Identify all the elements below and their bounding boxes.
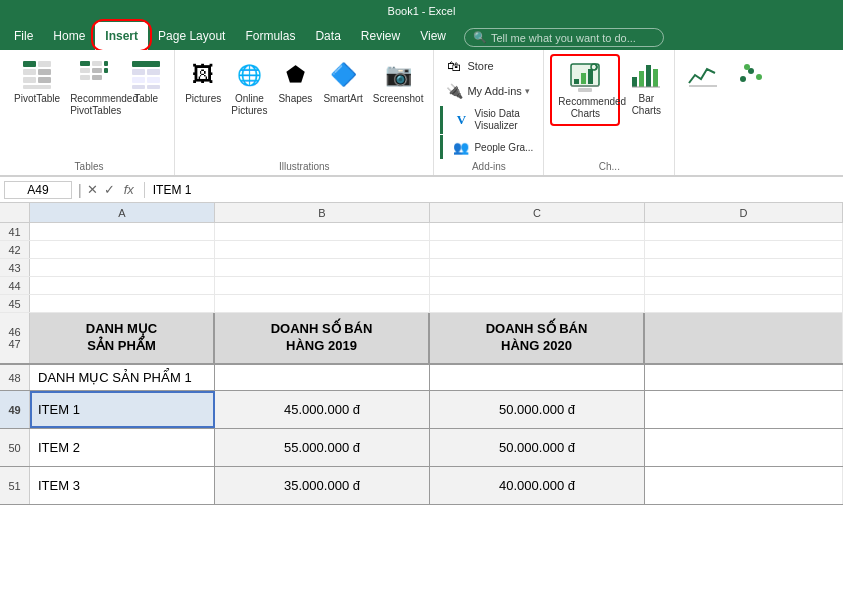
spreadsheet: A B C D 41 42 43 44: [0, 203, 843, 602]
row-49: 49 ITEM 1 45.000.000 đ 50.000.000 đ: [0, 391, 843, 429]
cell-42-b[interactable]: [215, 241, 430, 258]
app-container: Book1 - Excel File Home Insert Page Layo…: [0, 0, 843, 602]
svg-rect-0: [23, 61, 36, 67]
line-chart-icon: [685, 57, 721, 93]
table-button[interactable]: Table: [124, 54, 168, 159]
recommended-pivot-button[interactable]: RecommendedPivotTables: [66, 54, 122, 159]
cell-49-a[interactable]: ITEM 1: [30, 391, 215, 428]
pivot-table-button[interactable]: PivotTable: [10, 54, 64, 159]
confirm-formula-icon[interactable]: ✓: [101, 182, 118, 197]
cell-48-d[interactable]: [645, 365, 843, 390]
people-graph-label: People Gra...: [474, 142, 533, 153]
tab-insert[interactable]: Insert: [95, 22, 148, 50]
cell-4647-c[interactable]: DOANH SỐ BÁNHÀNG 2020: [430, 313, 645, 363]
screenshot-button[interactable]: 📷 Screenshot: [369, 54, 428, 159]
people-graph-button[interactable]: 👥 People Gra...: [447, 135, 537, 159]
svg-rect-10: [92, 61, 102, 66]
line-chart-button[interactable]: [681, 54, 725, 96]
cell-44-b[interactable]: [215, 277, 430, 294]
recommended-pivot-label: RecommendedPivotTables: [70, 93, 118, 117]
cell-41-d[interactable]: [645, 223, 843, 240]
row-num-51: 51: [0, 467, 30, 504]
cell-41-b[interactable]: [215, 223, 430, 240]
cell-44-c[interactable]: [430, 277, 645, 294]
cell-50-c[interactable]: 50.000.000 đ: [430, 429, 645, 466]
tab-view[interactable]: View: [410, 22, 456, 50]
recommended-charts-icon: [567, 60, 603, 96]
svg-rect-13: [104, 61, 108, 66]
cell-43-a[interactable]: [30, 259, 215, 276]
cancel-formula-icon[interactable]: ✕: [84, 182, 101, 197]
tab-formulas[interactable]: Formulas: [235, 22, 305, 50]
shapes-button[interactable]: ⬟ Shapes: [273, 54, 317, 159]
bar-chart-button[interactable]: BarCharts: [624, 54, 668, 120]
svg-rect-32: [653, 69, 658, 87]
cell-49-c[interactable]: 50.000.000 đ: [430, 391, 645, 428]
pictures-label: Pictures: [185, 93, 221, 104]
bar-chart-icon: [628, 57, 664, 93]
cell-51-b[interactable]: 35.000.000 đ: [215, 467, 430, 504]
row-43: 43: [0, 259, 843, 277]
cell-50-d[interactable]: [645, 429, 843, 466]
name-box[interactable]: [4, 181, 72, 199]
col-header-b[interactable]: B: [215, 203, 430, 222]
tab-page-layout[interactable]: Page Layout: [148, 22, 235, 50]
screenshot-icon: 📷: [380, 57, 416, 93]
cell-51-c[interactable]: 40.000.000 đ: [430, 467, 645, 504]
cell-45-b[interactable]: [215, 295, 430, 312]
title-text: Book1 - Excel: [388, 5, 456, 17]
scatter-chart-button[interactable]: [729, 54, 773, 96]
cell-42-c[interactable]: [430, 241, 645, 258]
cell-42-a[interactable]: [30, 241, 215, 258]
col-header-d[interactable]: D: [645, 203, 843, 222]
cell-44-a[interactable]: [30, 277, 215, 294]
ribbon-tabs-bar: File Home Insert Page Layout Formulas Da…: [0, 22, 843, 50]
cell-42-d[interactable]: [645, 241, 843, 258]
cell-51-d[interactable]: [645, 467, 843, 504]
my-addins-dropdown[interactable]: ▾: [525, 86, 530, 96]
cell-43-b[interactable]: [215, 259, 430, 276]
store-button[interactable]: 🛍 Store: [440, 54, 497, 78]
cell-4647-d[interactable]: [645, 313, 843, 363]
cell-50-b[interactable]: 55.000.000 đ: [215, 429, 430, 466]
tab-file[interactable]: File: [4, 22, 43, 50]
row-50: 50 ITEM 2 55.000.000 đ 50.000.000 đ: [0, 429, 843, 467]
cell-50-a[interactable]: ITEM 2: [30, 429, 215, 466]
tab-data[interactable]: Data: [305, 22, 350, 50]
cell-48-b[interactable]: [215, 365, 430, 390]
smartart-label: SmartArt: [323, 93, 362, 104]
svg-rect-9: [80, 75, 90, 80]
tab-review[interactable]: Review: [351, 22, 410, 50]
recommended-charts-button[interactable]: RecommendedCharts: [550, 54, 620, 126]
online-pictures-button[interactable]: 🌐 OnlinePictures: [227, 54, 271, 159]
tab-home[interactable]: Home: [43, 22, 95, 50]
cell-41-a[interactable]: [30, 223, 215, 240]
ribbon-group-tables: PivotTable RecommendedPivotTables Table …: [4, 50, 175, 175]
pictures-button[interactable]: 🖼 Pictures: [181, 54, 225, 159]
my-addins-button[interactable]: 🔌 My Add-ins ▾: [440, 79, 533, 103]
cell-45-c[interactable]: [430, 295, 645, 312]
cell-41-c[interactable]: [430, 223, 645, 240]
visio-data-viz-button[interactable]: V Visio DataVisualizer: [447, 106, 523, 134]
cell-43-c[interactable]: [430, 259, 645, 276]
cell-49-d[interactable]: [645, 391, 843, 428]
cell-4647-a[interactable]: DANH MỤCSẢN PHẨM: [30, 313, 215, 363]
col-header-a[interactable]: A: [30, 203, 215, 222]
cell-48-c[interactable]: [430, 365, 645, 390]
store-label: Store: [467, 60, 493, 72]
cell-51-a[interactable]: ITEM 3: [30, 467, 215, 504]
cell-44-d[interactable]: [645, 277, 843, 294]
col-header-c[interactable]: C: [430, 203, 645, 222]
cell-45-a[interactable]: [30, 295, 215, 312]
tell-me-bar[interactable]: 🔍 Tell me what you want to do...: [464, 28, 664, 47]
store-icon: 🛍: [444, 56, 464, 76]
row-45: 45: [0, 295, 843, 313]
cell-49-b[interactable]: 45.000.000 đ: [215, 391, 430, 428]
svg-rect-5: [38, 77, 51, 83]
cell-4647-b[interactable]: DOANH SỐ BÁNHÀNG 2019: [215, 313, 430, 363]
cell-48-a[interactable]: DANH MỤC SẢN PHẨM 1: [30, 365, 215, 390]
cell-45-d[interactable]: [645, 295, 843, 312]
svg-point-38: [744, 64, 750, 70]
cell-43-d[interactable]: [645, 259, 843, 276]
smartart-button[interactable]: 🔷 SmartArt: [319, 54, 366, 159]
